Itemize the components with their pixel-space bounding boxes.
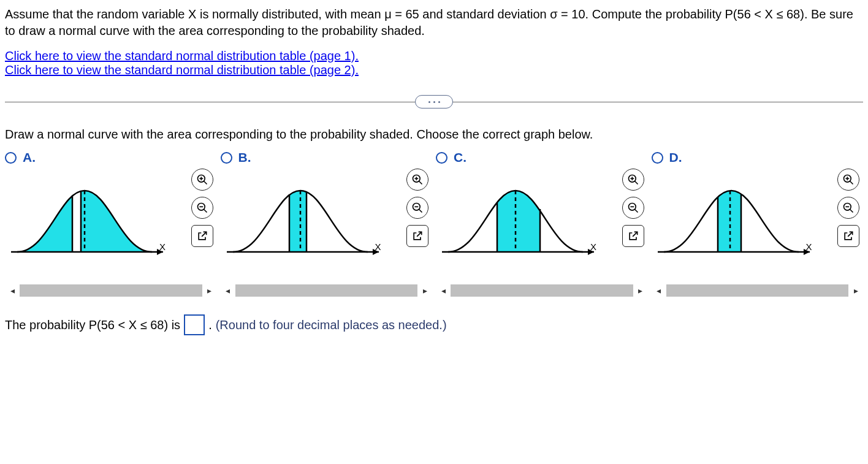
- svg-line-28: [634, 181, 638, 184]
- zoom-out-icon[interactable]: [837, 197, 859, 219]
- normal-curve-a: [5, 178, 177, 264]
- graph-a: X: [5, 169, 217, 279]
- axis-label-c: X: [590, 242, 596, 252]
- option-b-label: B.: [238, 150, 251, 165]
- zoom-in-icon[interactable]: [837, 169, 859, 191]
- zoom-out-icon[interactable]: [622, 197, 644, 219]
- scroll-right-icon[interactable]: ▸: [202, 283, 217, 299]
- graph-instruction: Draw a normal curve with the area corres…: [5, 127, 863, 142]
- option-a: A.: [5, 150, 217, 299]
- axis-label-b: X: [375, 242, 381, 252]
- radio-b[interactable]: [221, 152, 232, 164]
- scroll-right-icon[interactable]: ▸: [848, 283, 863, 299]
- scrollbar-b[interactable]: ◂ ▸: [221, 283, 433, 299]
- normal-curve-d: [652, 178, 823, 264]
- graph-b: X: [221, 169, 433, 279]
- radio-a[interactable]: [5, 152, 17, 164]
- scroll-right-icon[interactable]: ▸: [417, 283, 432, 299]
- radio-d[interactable]: [652, 152, 663, 164]
- scroll-track[interactable]: [20, 284, 202, 297]
- scrollbar-d[interactable]: ◂ ▸: [652, 283, 864, 299]
- zoom-in-icon[interactable]: [191, 169, 213, 191]
- scroll-left-icon[interactable]: ◂: [436, 283, 451, 299]
- probability-input[interactable]: [184, 314, 205, 335]
- normal-curve-b: [221, 178, 392, 264]
- option-a-label: A.: [23, 150, 36, 165]
- scroll-track[interactable]: [666, 284, 849, 297]
- scroll-track[interactable]: [235, 284, 418, 297]
- option-d-label: D.: [669, 150, 682, 165]
- scroll-left-icon[interactable]: ◂: [652, 283, 666, 299]
- popout-icon[interactable]: [622, 225, 644, 247]
- svg-line-19: [419, 210, 422, 213]
- question-text: Assume that the random variable X is nor…: [5, 6, 863, 39]
- answer-prefix: The probability P(56 < X ≤ 68) is: [5, 318, 180, 332]
- axis-label-d: X: [806, 242, 812, 252]
- scroll-right-icon[interactable]: ▸: [633, 283, 648, 299]
- link-table-page2[interactable]: Click here to view the standard normal d…: [5, 63, 359, 77]
- option-c: C.: [436, 150, 648, 299]
- radio-c[interactable]: [436, 152, 447, 164]
- options-row: A.: [5, 150, 863, 299]
- link-table-page1[interactable]: Click here to view the standard normal d…: [5, 49, 359, 63]
- popout-icon[interactable]: [191, 225, 213, 247]
- answer-suffix: .: [208, 318, 212, 332]
- zoom-out-icon[interactable]: [191, 197, 213, 219]
- scroll-left-icon[interactable]: ◂: [221, 283, 235, 299]
- svg-line-15: [419, 181, 422, 184]
- popout-icon[interactable]: [837, 225, 859, 247]
- svg-line-32: [634, 210, 638, 213]
- option-c-label: C.: [454, 150, 466, 165]
- zoom-in-icon[interactable]: [406, 169, 428, 191]
- expand-toggle[interactable]: [415, 95, 453, 108]
- normal-curve-c: [436, 178, 607, 264]
- section-divider: [5, 94, 863, 109]
- scrollbar-c[interactable]: ◂ ▸: [436, 283, 648, 299]
- zoom-in-icon[interactable]: [622, 169, 644, 191]
- scroll-track[interactable]: [451, 284, 633, 297]
- scroll-left-icon[interactable]: ◂: [5, 283, 20, 299]
- graph-c: X: [436, 169, 648, 279]
- svg-line-1: [204, 181, 207, 184]
- graph-d: X: [652, 169, 864, 279]
- svg-line-45: [850, 210, 853, 213]
- option-b: B.: [221, 150, 433, 299]
- answer-line: The probability P(56 < X ≤ 68) is . (Rou…: [5, 314, 863, 335]
- svg-line-41: [850, 181, 853, 184]
- popout-icon[interactable]: [406, 225, 428, 247]
- rounding-hint: (Round to four decimal places as needed.…: [216, 318, 447, 332]
- option-d: D.: [652, 150, 864, 299]
- axis-label-a: X: [159, 242, 166, 252]
- svg-line-5: [204, 210, 207, 213]
- zoom-out-icon[interactable]: [406, 197, 428, 219]
- scrollbar-a[interactable]: ◂ ▸: [5, 283, 217, 299]
